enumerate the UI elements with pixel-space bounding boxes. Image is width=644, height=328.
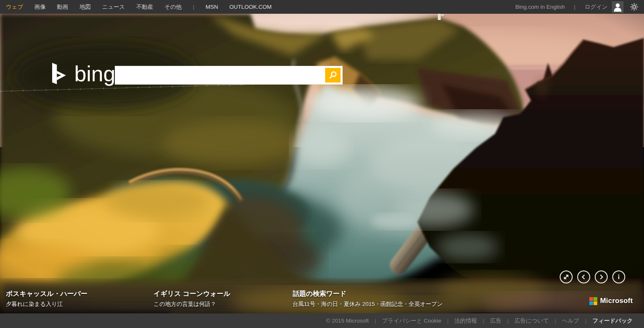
nav-tab-maps[interactable]: 地図	[79, 3, 91, 11]
image-gallery-controls	[560, 270, 625, 283]
microsoft-wordmark: Microsoft	[600, 297, 633, 305]
nav-divider: |	[193, 4, 194, 10]
footer-divider: |	[585, 318, 587, 324]
trending-searches-title: 話題の検索ワード	[293, 290, 443, 298]
footer-divider: |	[555, 318, 556, 324]
image-subtitle-link[interactable]: 夕暮れに染まる入り江	[6, 300, 87, 308]
footer-link-privacy[interactable]: プライバシーと Cookie	[382, 317, 441, 325]
search-input[interactable]	[115, 66, 342, 84]
previous-image-icon[interactable]	[577, 270, 590, 283]
next-image-icon[interactable]	[595, 270, 608, 283]
bing-logo[interactable]: bing	[51, 63, 115, 84]
search-button[interactable]	[325, 68, 341, 83]
background-photo	[0, 14, 644, 313]
search-magnifier-icon	[328, 70, 338, 80]
nav-tab-images[interactable]: 画像	[34, 3, 45, 11]
footer-link-legal[interactable]: 法的情報	[455, 317, 477, 325]
bing-logo-text: bing	[74, 64, 115, 84]
image-caption-column: ボスキャッスル・ハーバー 夕暮れに染まる入り江	[6, 290, 87, 308]
nav-tab-videos[interactable]: 動画	[57, 3, 68, 11]
hero-image-area: bing	[0, 14, 644, 313]
footer-link-feedback[interactable]: フィードバック	[593, 317, 633, 325]
expand-fullscreen-icon[interactable]	[560, 270, 573, 283]
nav-tab-realestate[interactable]: 不動産	[136, 3, 153, 11]
profile-person-icon[interactable]	[612, 1, 624, 13]
footer-bar: © 2015 Microsoft | プライバシーと Cookie | 法的情報…	[0, 313, 644, 328]
bing-b-icon	[51, 63, 70, 84]
trending-searches-column: 話題の検索ワード 台風11号・海の日・夏休み 2015・函館記念・全英オープン	[293, 290, 443, 308]
nav-link-outlook[interactable]: OUTLOOK.COM	[230, 4, 272, 10]
settings-gear-icon[interactable]	[629, 3, 639, 12]
nav-left-group: ウェブ 画像 動画 地図 ニュース 不動産 その他 | MSN OUTLOOK.…	[0, 3, 283, 11]
language-switch-link[interactable]: Bing.com in English	[515, 4, 565, 10]
search-form	[115, 66, 343, 85]
footer-divider: |	[507, 318, 509, 324]
nav-divider: |	[574, 4, 576, 10]
footer-copyright: © 2015 Microsoft	[326, 318, 369, 324]
footer-divider: |	[483, 318, 485, 324]
bing-homepage: ウェブ 画像 動画 地図 ニュース 不動産 その他 | MSN OUTLOOK.…	[0, 0, 644, 328]
footer-link-about-ads[interactable]: 広告について	[515, 317, 549, 325]
image-info-icon[interactable]	[612, 270, 625, 283]
footer-link-help[interactable]: ヘルプ	[562, 317, 579, 325]
footer-divider: |	[447, 318, 449, 324]
microsoft-logo-icon	[589, 297, 597, 305]
nav-tab-news[interactable]: ニュース	[102, 3, 125, 11]
nav-tab-more[interactable]: その他	[164, 3, 182, 11]
nav-link-msn[interactable]: MSN	[206, 4, 218, 10]
footer-link-ads[interactable]: 広告	[490, 317, 501, 325]
nav-right-group: Bing.com in English | ログイン	[515, 1, 644, 13]
trending-searches-links[interactable]: 台風11号・海の日・夏休み 2015・函館記念・全英オープン	[293, 300, 443, 308]
image-title-link[interactable]: ボスキャッスル・ハーバー	[6, 290, 87, 298]
image-trivia-column: イギリス コーンウォール この地方の言葉は何語？	[154, 290, 230, 308]
top-navigation-bar: ウェブ 画像 動画 地図 ニュース 不動産 その他 | MSN OUTLOOK.…	[0, 0, 644, 14]
footer-divider: |	[375, 318, 376, 324]
image-trivia-title-link[interactable]: イギリス コーンウォール	[154, 290, 230, 298]
nav-tab-web[interactable]: ウェブ	[6, 3, 23, 11]
image-trivia-subtitle-link[interactable]: この地方の言葉は何語？	[154, 300, 230, 308]
microsoft-brand[interactable]: Microsoft	[589, 297, 633, 305]
sign-in-link[interactable]: ログイン	[585, 3, 608, 11]
